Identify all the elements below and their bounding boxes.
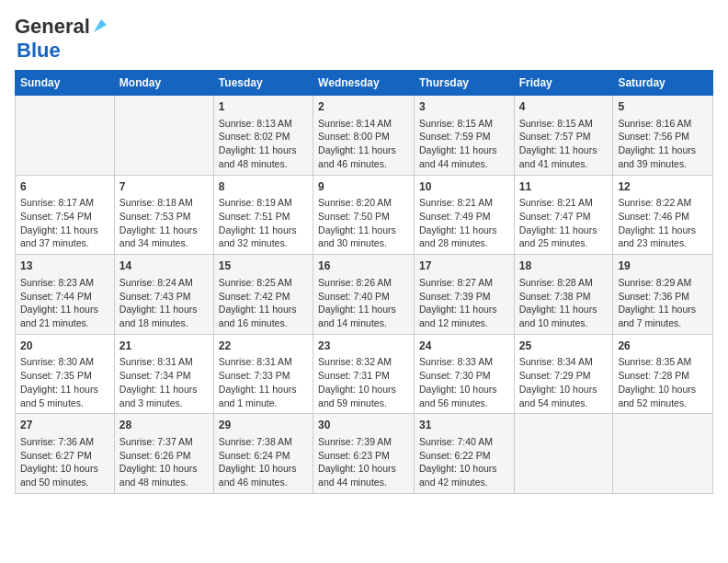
day-number: 9 xyxy=(318,179,409,195)
day-content: Sunrise: 8:31 AM Sunset: 7:34 PM Dayligh… xyxy=(119,355,209,409)
calendar-cell: 22Sunrise: 8:31 AM Sunset: 7:33 PM Dayli… xyxy=(213,334,313,414)
header-cell-sunday: Sunday xyxy=(16,71,115,96)
page-header: General Blue xyxy=(15,15,713,63)
day-content: Sunrise: 8:30 AM Sunset: 7:35 PM Dayligh… xyxy=(20,355,109,409)
day-number: 5 xyxy=(618,99,708,115)
day-number: 12 xyxy=(618,179,708,195)
day-content: Sunrise: 8:31 AM Sunset: 7:33 PM Dayligh… xyxy=(219,355,308,409)
header-cell-wednesday: Wednesday xyxy=(313,71,415,96)
day-content: Sunrise: 8:19 AM Sunset: 7:51 PM Dayligh… xyxy=(219,196,308,250)
calendar-cell: 25Sunrise: 8:34 AM Sunset: 7:29 PM Dayli… xyxy=(514,334,613,414)
day-content: Sunrise: 8:23 AM Sunset: 7:44 PM Dayligh… xyxy=(20,276,109,330)
day-content: Sunrise: 8:28 AM Sunset: 7:38 PM Dayligh… xyxy=(519,276,609,330)
day-number: 27 xyxy=(20,418,109,433)
day-number: 19 xyxy=(618,259,708,274)
calendar-cell: 13Sunrise: 8:23 AM Sunset: 7:44 PM Dayli… xyxy=(16,255,115,335)
calendar-cell: 12Sunrise: 8:22 AM Sunset: 7:46 PM Dayli… xyxy=(613,175,713,255)
calendar-cell xyxy=(514,414,613,494)
calendar-cell xyxy=(16,96,115,176)
day-content: Sunrise: 7:37 AM Sunset: 6:26 PM Dayligh… xyxy=(119,435,209,489)
calendar-cell: 11Sunrise: 8:21 AM Sunset: 7:47 PM Dayli… xyxy=(514,175,613,255)
calendar-cell: 4Sunrise: 8:15 AM Sunset: 7:57 PM Daylig… xyxy=(514,96,613,176)
day-content: Sunrise: 8:15 AM Sunset: 7:59 PM Dayligh… xyxy=(419,117,509,171)
day-number: 6 xyxy=(20,179,109,195)
day-number: 1 xyxy=(219,99,308,115)
calendar-cell: 17Sunrise: 8:27 AM Sunset: 7:39 PM Dayli… xyxy=(414,255,514,335)
calendar-cell: 24Sunrise: 8:33 AM Sunset: 7:30 PM Dayli… xyxy=(414,334,514,414)
calendar-cell: 16Sunrise: 8:26 AM Sunset: 7:40 PM Dayli… xyxy=(313,255,415,335)
day-number: 18 xyxy=(519,259,609,274)
day-number: 15 xyxy=(219,259,308,274)
calendar-cell xyxy=(613,414,713,494)
day-number: 28 xyxy=(119,418,209,433)
logo-blue: Blue xyxy=(17,39,61,62)
calendar-table: SundayMondayTuesdayWednesdayThursdayFrid… xyxy=(15,70,713,494)
day-content: Sunrise: 8:25 AM Sunset: 7:42 PM Dayligh… xyxy=(219,276,308,330)
day-number: 7 xyxy=(119,179,209,195)
day-content: Sunrise: 8:20 AM Sunset: 7:50 PM Dayligh… xyxy=(318,196,409,250)
calendar-cell: 20Sunrise: 8:30 AM Sunset: 7:35 PM Dayli… xyxy=(16,334,115,414)
calendar-cell: 23Sunrise: 8:32 AM Sunset: 7:31 PM Dayli… xyxy=(313,334,415,414)
day-number: 20 xyxy=(20,339,109,354)
calendar-week-1: 1Sunrise: 8:13 AM Sunset: 8:02 PM Daylig… xyxy=(16,96,713,176)
day-content: Sunrise: 7:39 AM Sunset: 6:23 PM Dayligh… xyxy=(318,435,409,489)
calendar-cell: 26Sunrise: 8:35 AM Sunset: 7:28 PM Dayli… xyxy=(613,334,713,414)
day-content: Sunrise: 8:13 AM Sunset: 8:02 PM Dayligh… xyxy=(219,117,308,171)
header-cell-saturday: Saturday xyxy=(613,71,713,96)
calendar-cell: 6Sunrise: 8:17 AM Sunset: 7:54 PM Daylig… xyxy=(16,175,115,255)
day-content: Sunrise: 8:33 AM Sunset: 7:30 PM Dayligh… xyxy=(419,355,509,409)
day-content: Sunrise: 8:18 AM Sunset: 7:53 PM Dayligh… xyxy=(119,196,209,250)
header-cell-friday: Friday xyxy=(514,71,613,96)
day-number: 22 xyxy=(219,339,308,354)
calendar-cell: 8Sunrise: 8:19 AM Sunset: 7:51 PM Daylig… xyxy=(213,175,313,255)
logo-arrow-icon xyxy=(92,17,108,34)
day-number: 4 xyxy=(519,99,609,115)
day-number: 29 xyxy=(219,418,308,433)
day-content: Sunrise: 8:35 AM Sunset: 7:28 PM Dayligh… xyxy=(618,355,708,409)
day-number: 26 xyxy=(618,339,708,354)
day-content: Sunrise: 7:38 AM Sunset: 6:24 PM Dayligh… xyxy=(219,435,308,489)
day-number: 3 xyxy=(419,99,509,115)
calendar-week-2: 6Sunrise: 8:17 AM Sunset: 7:54 PM Daylig… xyxy=(16,175,713,255)
header-cell-tuesday: Tuesday xyxy=(213,71,313,96)
day-number: 11 xyxy=(519,179,609,195)
calendar-cell: 5Sunrise: 8:16 AM Sunset: 7:56 PM Daylig… xyxy=(613,96,713,176)
day-content: Sunrise: 8:29 AM Sunset: 7:36 PM Dayligh… xyxy=(618,276,708,330)
day-number: 17 xyxy=(419,259,509,274)
day-number: 21 xyxy=(119,339,209,354)
day-content: Sunrise: 8:17 AM Sunset: 7:54 PM Dayligh… xyxy=(20,196,109,250)
calendar-cell: 9Sunrise: 8:20 AM Sunset: 7:50 PM Daylig… xyxy=(313,175,415,255)
day-number: 13 xyxy=(20,259,109,274)
day-number: 31 xyxy=(419,418,509,433)
day-content: Sunrise: 8:22 AM Sunset: 7:46 PM Dayligh… xyxy=(618,196,708,250)
calendar-cell: 31Sunrise: 7:40 AM Sunset: 6:22 PM Dayli… xyxy=(414,414,514,494)
day-content: Sunrise: 8:26 AM Sunset: 7:40 PM Dayligh… xyxy=(318,276,409,330)
day-number: 16 xyxy=(318,259,409,274)
day-number: 10 xyxy=(419,179,509,195)
day-number: 14 xyxy=(119,259,209,274)
calendar-cell: 10Sunrise: 8:21 AM Sunset: 7:49 PM Dayli… xyxy=(414,175,514,255)
day-number: 25 xyxy=(519,339,609,354)
day-content: Sunrise: 7:36 AM Sunset: 6:27 PM Dayligh… xyxy=(20,435,109,489)
day-number: 30 xyxy=(318,418,409,433)
calendar-week-3: 13Sunrise: 8:23 AM Sunset: 7:44 PM Dayli… xyxy=(16,255,713,335)
calendar-cell: 3Sunrise: 8:15 AM Sunset: 7:59 PM Daylig… xyxy=(414,96,514,176)
day-number: 24 xyxy=(419,339,509,354)
day-number: 23 xyxy=(318,339,409,354)
logo-general: General xyxy=(15,15,90,39)
calendar-cell: 19Sunrise: 8:29 AM Sunset: 7:36 PM Dayli… xyxy=(613,255,713,335)
day-content: Sunrise: 8:27 AM Sunset: 7:39 PM Dayligh… xyxy=(419,276,509,330)
day-content: Sunrise: 8:15 AM Sunset: 7:57 PM Dayligh… xyxy=(519,117,609,171)
calendar-cell: 14Sunrise: 8:24 AM Sunset: 7:43 PM Dayli… xyxy=(114,255,213,335)
day-content: Sunrise: 8:32 AM Sunset: 7:31 PM Dayligh… xyxy=(318,355,409,409)
day-number: 2 xyxy=(318,99,409,115)
day-content: Sunrise: 8:34 AM Sunset: 7:29 PM Dayligh… xyxy=(519,355,609,409)
header-cell-monday: Monday xyxy=(114,71,213,96)
calendar-cell: 21Sunrise: 8:31 AM Sunset: 7:34 PM Dayli… xyxy=(114,334,213,414)
calendar-cell xyxy=(114,96,213,176)
calendar-cell: 2Sunrise: 8:14 AM Sunset: 8:00 PM Daylig… xyxy=(313,96,415,176)
calendar-cell: 1Sunrise: 8:13 AM Sunset: 8:02 PM Daylig… xyxy=(213,96,313,176)
day-content: Sunrise: 8:24 AM Sunset: 7:43 PM Dayligh… xyxy=(119,276,209,330)
day-content: Sunrise: 8:16 AM Sunset: 7:56 PM Dayligh… xyxy=(618,117,708,171)
calendar-cell: 7Sunrise: 8:18 AM Sunset: 7:53 PM Daylig… xyxy=(114,175,213,255)
